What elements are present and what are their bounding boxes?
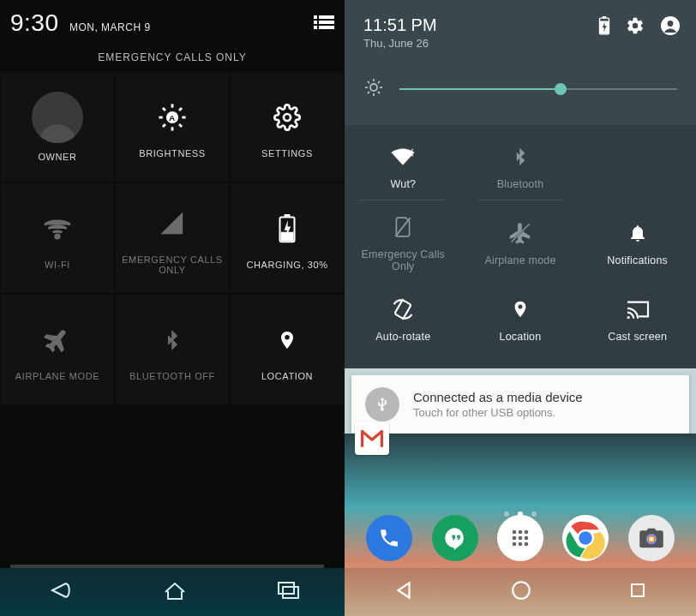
tile-label: WI-FI (45, 260, 70, 270)
svg-line-6 (179, 124, 182, 127)
tile-label: Bluetooth (497, 178, 544, 190)
svg-point-48 (513, 536, 517, 541)
tile-brightness[interactable]: A BRIGHTNESS (116, 72, 229, 182)
dock (345, 515, 696, 568)
sun-icon (363, 77, 384, 101)
brightness-slider[interactable] (399, 88, 677, 90)
tile-auto-rotate[interactable]: Auto-rotate (345, 283, 462, 353)
svg-point-10 (284, 114, 291, 121)
svg-line-35 (396, 218, 411, 236)
svg-marker-33 (411, 148, 413, 150)
tile-cell-signal[interactable]: EMERGENCY CALLS ONLY (116, 183, 229, 293)
tile-label: Notifications (607, 254, 668, 266)
nav-home[interactable] (510, 579, 532, 605)
svg-point-46 (519, 530, 523, 535)
usb-notification[interactable]: Connected as a media device Touch for ot… (351, 375, 689, 434)
location-pin-icon (277, 318, 297, 362)
home-wallpaper (345, 434, 696, 616)
clock-time: 9:30 (10, 9, 59, 36)
usb-icon (365, 387, 399, 422)
tile-label: Airplane mode (484, 254, 555, 266)
nav-back[interactable] (44, 580, 75, 604)
svg-rect-16 (279, 583, 294, 594)
no-sim-icon (393, 212, 412, 242)
quick-settings-grid: OWNER A BRIGHTNESS (0, 72, 345, 404)
wifi-icon (389, 142, 417, 171)
hangouts-app[interactable] (432, 515, 478, 561)
camera-app[interactable] (628, 515, 675, 561)
bluetooth-icon (512, 142, 529, 171)
nav-home[interactable] (162, 580, 188, 604)
user-profile-icon[interactable] (660, 15, 681, 39)
clock-time: 11:51 PM (363, 15, 437, 35)
svg-point-52 (519, 542, 523, 547)
svg-point-11 (56, 235, 59, 238)
gmail-app-icon[interactable] (355, 422, 389, 455)
nav-recents[interactable] (627, 580, 648, 604)
tile-cell-signal[interactable]: Emergency Calls Only (345, 200, 462, 283)
tile-label: EMERGENCY CALLS ONLY (116, 254, 229, 275)
svg-point-61 (513, 582, 530, 599)
status-icons (598, 15, 681, 39)
svg-line-7 (163, 124, 165, 127)
system-navbar (345, 568, 696, 616)
tile-notifications[interactable]: Notifications (579, 200, 696, 283)
svg-rect-44 (381, 430, 383, 447)
statusbar-time-date: 9:30 MON, MARCH 9 (10, 9, 151, 37)
kitkat-quicksettings-screen: 9:30 MON, MARCH 9 EMERGENCY CALLS ONLY O… (0, 0, 345, 616)
svg-point-47 (525, 530, 529, 535)
svg-rect-62 (632, 584, 644, 596)
tile-label: Auto-rotate (375, 331, 430, 343)
avatar-icon (32, 92, 83, 143)
svg-line-30 (378, 92, 380, 93)
notification-title: Connected as a media device (413, 390, 583, 404)
panel-header: 11:51 PM Thu, June 26 (345, 0, 696, 58)
lollipop-quicksettings-screen: 11:51 PM Thu, June 26 (345, 0, 696, 616)
tile-location[interactable]: LOCATION (231, 295, 344, 404)
system-navbar (0, 568, 345, 616)
svg-point-51 (513, 542, 517, 547)
tile-airplane[interactable]: AIRPLANE MODE (1, 295, 114, 404)
tile-label: Wut? (390, 178, 416, 190)
svg-point-41 (627, 316, 629, 319)
nav-recents[interactable] (275, 581, 301, 603)
tile-airplane[interactable]: Airplane mode (462, 200, 579, 283)
notification-subtitle: Touch for other USB options. (413, 406, 583, 419)
tile-owner[interactable]: OWNER (1, 72, 114, 182)
svg-text:A: A (169, 113, 176, 123)
svg-line-29 (368, 81, 369, 83)
svg-point-23 (668, 21, 674, 27)
svg-marker-34 (411, 155, 413, 157)
menu-list-icon[interactable] (314, 15, 334, 31)
tile-battery[interactable]: CHARGING, 30% (231, 183, 344, 293)
svg-point-45 (513, 530, 517, 535)
settings-gear-icon[interactable] (626, 16, 645, 39)
signal-triangle-icon (159, 201, 185, 246)
airplane-icon (44, 318, 71, 362)
tile-cast[interactable]: Cast screen (579, 283, 696, 353)
tile-label: Location (500, 331, 542, 343)
tile-settings[interactable]: SETTINGS (231, 72, 344, 182)
tile-label: BRIGHTNESS (139, 148, 206, 158)
slider-thumb[interactable] (555, 83, 567, 95)
tile-location[interactable]: Location (462, 283, 579, 353)
tile-label: LOCATION (261, 371, 313, 381)
nav-back[interactable] (393, 579, 415, 605)
tile-wifi[interactable]: Wut? (345, 130, 462, 200)
location-pin-icon (511, 295, 530, 324)
svg-point-50 (525, 536, 529, 541)
chrome-app[interactable] (562, 515, 609, 561)
bell-icon (627, 218, 648, 248)
tile-wifi[interactable]: WI-FI (1, 183, 114, 293)
tile-label: Cast screen (608, 331, 667, 343)
phone-app[interactable] (366, 515, 412, 561)
airplane-off-icon (508, 218, 532, 248)
cast-icon (625, 295, 651, 324)
tile-bluetooth[interactable]: BLUETOOTH OFF (116, 295, 229, 404)
tile-bluetooth[interactable]: Bluetooth (462, 130, 579, 200)
tile-label: CHARGING, 30% (246, 260, 327, 270)
svg-point-53 (525, 542, 529, 547)
tile-label: SETTINGS (261, 148, 313, 158)
svg-line-8 (179, 108, 182, 111)
app-drawer[interactable] (497, 515, 543, 561)
